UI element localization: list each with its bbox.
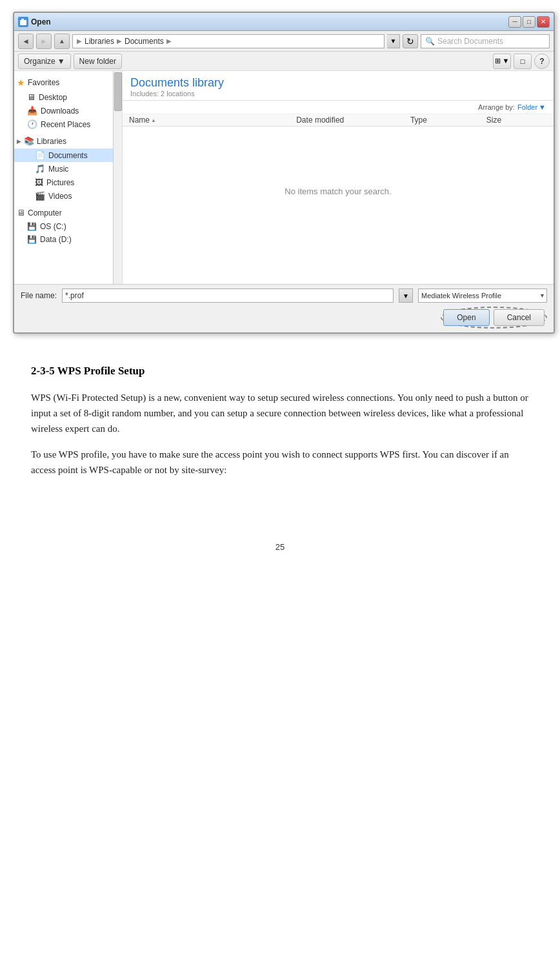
col-header-date[interactable]: Date modified bbox=[296, 116, 410, 125]
content-pane: Documents library Includes: 2 locations … bbox=[123, 71, 554, 284]
documents-icon: 📄 bbox=[35, 150, 45, 160]
action-buttons: Open Cancel bbox=[443, 309, 545, 326]
sidebar-scroll-thumb[interactable] bbox=[114, 72, 122, 111]
libraries-section: ▶ 📚 Libraries 📄 Documents 🎵 Music 🖼 Pict… bbox=[14, 132, 122, 204]
recent-places-icon: 🕐 bbox=[27, 119, 37, 129]
filetype-value: Mediatek Wireless Profile bbox=[421, 292, 501, 299]
sidebar-scrollbar[interactable] bbox=[113, 71, 122, 284]
videos-label: Videos bbox=[48, 192, 72, 201]
arrange-bar: Arrange by: Folder ▼ bbox=[123, 101, 554, 114]
favorites-label: Favorites bbox=[28, 78, 59, 87]
address-dropdown[interactable]: ▼ bbox=[387, 34, 400, 48]
organize-label: Organize bbox=[24, 57, 55, 66]
title-bar: Open ─ □ ✕ bbox=[14, 13, 554, 31]
drive-c-icon: 💾 bbox=[27, 222, 37, 231]
col-name-label: Name bbox=[129, 116, 150, 125]
window-view-button[interactable]: □ bbox=[514, 54, 532, 69]
svg-rect-1 bbox=[21, 19, 24, 20]
column-headers: Name ▲ Date modified Type Size bbox=[123, 114, 554, 127]
libraries-expand-icon: ▶ bbox=[17, 138, 21, 145]
maximize-button[interactable]: □ bbox=[523, 16, 535, 28]
close-button[interactable]: ✕ bbox=[537, 16, 550, 28]
up-button[interactable]: ▲ bbox=[54, 34, 70, 49]
downloads-folder-icon: 📥 bbox=[27, 106, 37, 116]
paragraph1: WPS (Wi-Fi Protected Setup) is a new, co… bbox=[31, 390, 529, 436]
section-heading: 2-3-5 WPS Profile Setup bbox=[31, 362, 529, 380]
forward-button[interactable]: ► bbox=[36, 34, 52, 49]
desktop-label: Desktop bbox=[39, 93, 67, 102]
sidebar-item-os-c[interactable]: 💾 OS (C:) bbox=[14, 220, 122, 233]
address-path-box[interactable]: ▶ Libraries ▶ Documents ▶ bbox=[72, 34, 385, 48]
search-placeholder: Search Documents bbox=[437, 37, 503, 46]
drive-d-icon: 💾 bbox=[27, 235, 37, 244]
buttons-row: Open Cancel bbox=[21, 307, 547, 329]
new-folder-button[interactable]: New folder bbox=[74, 54, 122, 69]
computer-icon: 🖥 bbox=[17, 208, 25, 218]
minimize-button[interactable]: ─ bbox=[508, 16, 521, 28]
col-date-label: Date modified bbox=[296, 116, 344, 125]
window-title: Open bbox=[31, 17, 51, 26]
search-icon: 🔍 bbox=[425, 37, 435, 46]
dashed-circle-decoration: Open Cancel bbox=[441, 307, 547, 329]
empty-message: No items match your search. bbox=[285, 187, 391, 196]
window-controls: ─ □ ✕ bbox=[508, 16, 550, 28]
documents-label: Documents bbox=[48, 151, 88, 160]
libraries-label: Libraries bbox=[37, 137, 66, 146]
document-content: 2-3-5 WPS Profile Setup WPS (Wi-Fi Prote… bbox=[13, 339, 547, 503]
organize-button[interactable]: Organize ▼ bbox=[18, 54, 71, 69]
computer-section: 🖥 Computer 💾 OS (C:) 💾 Data (D:) bbox=[14, 204, 122, 247]
data-d-label: Data (D:) bbox=[40, 235, 72, 244]
col-header-size[interactable]: Size bbox=[486, 116, 547, 125]
arrange-dropdown[interactable]: Folder ▼ bbox=[517, 103, 546, 111]
open-button[interactable]: Open bbox=[443, 309, 489, 326]
main-content: ★ Favorites 🖥 Desktop 📥 Downloads 🕐 Rece… bbox=[14, 71, 554, 284]
sidebar-item-downloads[interactable]: 📥 Downloads bbox=[14, 104, 122, 117]
sidebar-item-pictures[interactable]: 🖼 Pictures bbox=[14, 176, 122, 189]
sidebar-item-data-d[interactable]: 💾 Data (D:) bbox=[14, 233, 122, 246]
sidebar-item-documents[interactable]: 📄 Documents bbox=[14, 148, 122, 162]
sidebar-item-music[interactable]: 🎵 Music bbox=[14, 162, 122, 176]
computer-label: Computer bbox=[28, 208, 62, 218]
organize-dropdown-icon: ▼ bbox=[57, 57, 65, 66]
col-type-label: Type bbox=[410, 116, 427, 125]
new-folder-label: New folder bbox=[79, 57, 116, 66]
toolbar: Organize ▼ New folder ⊞ ▼ □ ? bbox=[14, 52, 554, 71]
desktop-folder-icon: 🖥 bbox=[27, 92, 35, 102]
help-icon: ? bbox=[539, 57, 544, 66]
paragraph2: To use WPS profile, you have to make sur… bbox=[31, 447, 529, 478]
favorites-section: ★ Favorites 🖥 Desktop 📥 Downloads 🕐 Rece… bbox=[14, 74, 122, 132]
bottom-bar: File name: ▼ Mediatek Wireless Profile ▼… bbox=[14, 284, 554, 332]
pictures-label: Pictures bbox=[46, 178, 74, 187]
filename-row: File name: ▼ Mediatek Wireless Profile ▼ bbox=[21, 289, 547, 303]
sidebar-item-recent-places[interactable]: 🕐 Recent Places bbox=[14, 117, 122, 131]
filetype-dropdown-icon: ▼ bbox=[539, 292, 545, 299]
favorites-group[interactable]: ★ Favorites bbox=[14, 75, 122, 90]
filename-input[interactable] bbox=[62, 289, 394, 303]
sidebar-item-videos[interactable]: 🎬 Videos bbox=[14, 189, 122, 203]
content-body: No items match your search. bbox=[123, 127, 554, 256]
window-icon: □ bbox=[521, 57, 525, 65]
downloads-label: Downloads bbox=[41, 106, 79, 116]
help-button[interactable]: ? bbox=[534, 54, 550, 69]
sidebar: ★ Favorites 🖥 Desktop 📥 Downloads 🕐 Rece… bbox=[14, 71, 123, 284]
libraries-group[interactable]: ▶ 📚 Libraries bbox=[14, 134, 122, 148]
view-button[interactable]: ⊞ ▼ bbox=[493, 54, 511, 69]
music-label: Music bbox=[48, 165, 68, 174]
recent-places-label: Recent Places bbox=[41, 120, 90, 129]
title-bar-left: Open bbox=[18, 17, 51, 27]
col-header-name[interactable]: Name ▲ bbox=[129, 116, 296, 125]
library-subtitle: Includes: 2 locations bbox=[130, 90, 546, 97]
cancel-button[interactable]: Cancel bbox=[494, 309, 545, 326]
computer-group[interactable]: 🖥 Computer bbox=[14, 205, 122, 220]
back-button[interactable]: ◄ bbox=[18, 34, 34, 49]
filename-dropdown[interactable]: ▼ bbox=[399, 289, 413, 303]
music-icon: 🎵 bbox=[35, 164, 45, 174]
search-box[interactable]: 🔍 Search Documents bbox=[421, 34, 550, 48]
arrange-value: Folder bbox=[517, 103, 537, 111]
svg-rect-0 bbox=[20, 20, 26, 25]
col-header-type[interactable]: Type bbox=[410, 116, 486, 125]
filetype-select[interactable]: Mediatek Wireless Profile ▼ bbox=[418, 289, 547, 303]
sidebar-item-desktop[interactable]: 🖥 Desktop bbox=[14, 90, 122, 104]
col-sort-icon: ▲ bbox=[151, 117, 156, 123]
refresh-button[interactable]: ↻ bbox=[403, 34, 418, 48]
